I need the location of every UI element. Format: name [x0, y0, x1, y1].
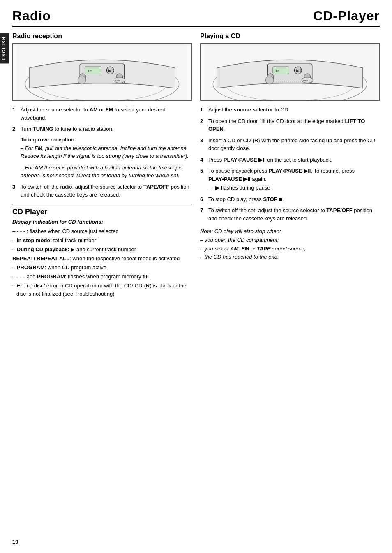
cd-section-title: CD Player [12, 208, 192, 216]
page-number: 10 [12, 539, 18, 545]
step-text-1: Adjust the source selector to AM or FM t… [21, 106, 192, 122]
radio-reception-section: Radio reception [12, 32, 192, 199]
svg-point-12 [78, 76, 86, 84]
page-header: Radio CD-Player [12, 8, 380, 27]
step-text-2: Turn TUNING to tune to a radio station. [21, 125, 192, 133]
cd-step-num-7: 7 [200, 206, 206, 222]
svg-text:▶II: ▶II [108, 69, 113, 73]
left-column: Radio reception [12, 32, 192, 301]
radio-steps-list: 1 Adjust the source selector to AM or FM… [12, 106, 192, 133]
radio-device-illustration: 12: ▶II DBB [12, 43, 192, 101]
radio-section-title: Radio reception [12, 32, 192, 40]
cd-step-num-6: 6 [200, 195, 206, 204]
page-container: English Radio CD-Player Radio reception [0, 0, 392, 553]
cd-step-2: 2 To open the CD door, lift the CD door … [200, 117, 380, 133]
display-item-2: In stop mode: total track number [12, 236, 192, 245]
cd-illustration-svg: 12: ▶II DBB [201, 44, 379, 100]
display-item-6: - - - and PROGRAM: flashes when program … [12, 273, 192, 281]
radio-step3-list: 3 To switch off the radio, adjust the so… [12, 183, 192, 199]
cd-step-7: 7 To switch off the set, adjust the sour… [200, 206, 380, 222]
header-left-title: Radio [12, 8, 51, 23]
note-text: Note: CD play will also stop when: – you… [200, 228, 306, 260]
cd-player-section: CD Player Display indication for CD func… [12, 208, 192, 298]
display-indication-heading: Display indication for CD functions: [12, 219, 192, 225]
svg-text:12:: 12: [88, 69, 92, 73]
display-item-7: Er : no disc/ error in CD operation or w… [12, 282, 192, 298]
cd-step-text-1: Adjust the source selector to CD. [208, 106, 380, 114]
display-item-1: - - - : flashes when CD source just sele… [12, 227, 192, 236]
display-item-5: PROGRAM: when CD program active [12, 264, 192, 272]
radio-illustration-svg: 12: ▶II DBB [13, 44, 191, 100]
arrow-note-text: flashes during pause [221, 184, 270, 192]
am-antenna-note: – For AM the set is provided with a buil… [21, 164, 192, 180]
cd-step-text-7: To switch off the set, adjust the source… [208, 206, 380, 222]
step-num-3: 3 [12, 183, 18, 199]
note-block: Note: CD play will also stop when: – you… [200, 227, 380, 261]
pause-arrow-note: → ▶ flashes during pause [208, 184, 380, 192]
main-columns: Radio reception [12, 32, 380, 301]
cd-step-text-4: Press PLAY•PAUSE ▶II on the set to start… [208, 156, 380, 164]
step-text-3: To switch off the radio, adjust the sour… [21, 183, 192, 199]
cd-step-text-3: Insert a CD or CD-(R) with the printed s… [208, 137, 380, 153]
display-item-4: REPEAT/ REPEAT ALL: when the respective … [12, 255, 192, 263]
step-num-2: 2 [12, 125, 18, 133]
svg-text:▶II: ▶II [296, 69, 301, 73]
svg-text:12:: 12: [275, 69, 280, 73]
svg-text:DBB: DBB [115, 79, 120, 82]
cd-step-3: 3 Insert a CD or CD-(R) with the printed… [200, 137, 380, 153]
cd-step-text-2: To open the CD door, lift the CD door at… [208, 117, 380, 133]
cd-steps-list: 1 Adjust the source selector to CD. 2 To… [200, 106, 380, 222]
step-num-1: 1 [12, 106, 18, 122]
display-item-3: During CD playback: ▶ and current track … [12, 245, 192, 254]
right-column: Playing a CD 12: ▶II [200, 32, 380, 301]
cd-step-num-1: 1 [200, 106, 206, 114]
language-tab: English [0, 33, 9, 63]
cd-step-num-3: 3 [200, 137, 206, 153]
cd-step-5: 5 To pause playback press PLAY•PAUSE ▶II… [200, 167, 380, 192]
display-list: - - - : flashes when CD source just sele… [12, 227, 192, 298]
playing-cd-title: Playing a CD [200, 32, 380, 40]
cd-step-text-6: To stop CD play, press STOP ■. [208, 195, 380, 204]
radio-step-2: 2 Turn TUNING to tune to a radio station… [12, 125, 192, 133]
cd-step-num-4: 4 [200, 156, 206, 164]
playing-cd-section: Playing a CD 12: ▶II [200, 32, 380, 261]
improve-reception-heading: To improve reception [21, 137, 192, 143]
cd-step-6: 6 To stop CD play, press STOP ■. [200, 195, 380, 204]
cd-step-num-2: 2 [200, 117, 206, 133]
header-right-title: CD-Player [313, 8, 380, 23]
cd-step-1: 1 Adjust the source selector to CD. [200, 106, 380, 114]
radio-step-3: 3 To switch off the radio, adjust the so… [12, 183, 192, 199]
cd-device-illustration: 12: ▶II DBB [200, 43, 380, 101]
cd-step-text-5: To pause playback press PLAY•PAUSE ▶II. … [208, 167, 380, 192]
section-divider [12, 204, 192, 204]
fm-antenna-note: – For FM, pull out the telescopic antenn… [21, 144, 192, 160]
arrow-symbol: → ▶ [208, 184, 219, 192]
svg-point-25 [265, 76, 274, 84]
svg-text:DBB: DBB [303, 79, 308, 82]
improve-reception-block: To improve reception – For FM, pull out … [21, 137, 192, 180]
cd-step-num-5: 5 [200, 167, 206, 192]
cd-step-4: 4 Press PLAY•PAUSE ▶II on the set to sta… [200, 156, 380, 164]
radio-step-1: 1 Adjust the source selector to AM or FM… [12, 106, 192, 122]
